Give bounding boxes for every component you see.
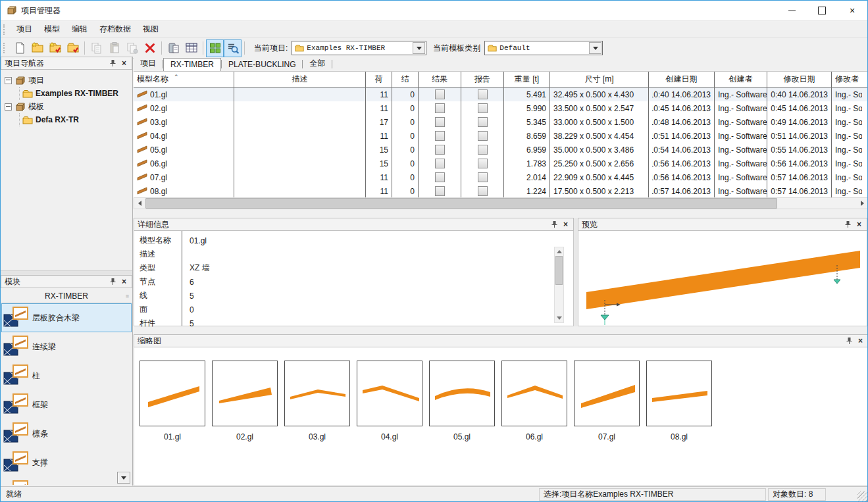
- thumbnail-image[interactable]: [140, 361, 205, 426]
- table-row[interactable]: 08.gl1101.22417.500 x 0.500 x 2.21314.06…: [134, 184, 868, 198]
- dropdown-arrow-icon[interactable]: [413, 42, 425, 54]
- column-header-dims[interactable]: 尺寸 [m]: [550, 72, 649, 87]
- thumbnail-item[interactable]: 05.gl: [429, 361, 495, 441]
- table-row[interactable]: 03.gl1705.34533.000 x 0.500 x 1.50014.06…: [134, 115, 868, 129]
- menu-item-5[interactable]: 视图: [137, 22, 165, 36]
- results-checkbox[interactable]: [435, 159, 445, 168]
- module-item-6[interactable]: 支撑: [1, 448, 132, 477]
- copy-button[interactable]: [88, 39, 105, 57]
- modules-group-bar[interactable]: RX-TIMBER ≡: [1, 289, 132, 303]
- details-field-value[interactable]: 5: [183, 291, 194, 301]
- results-checkbox[interactable]: [435, 89, 445, 99]
- thumbnail-image[interactable]: [429, 361, 495, 426]
- pin-icon[interactable]: [842, 220, 854, 230]
- tree-node-child[interactable]: Defa RX-TR: [22, 113, 132, 126]
- scroll-right-icon[interactable]: [857, 198, 868, 209]
- results-checkbox[interactable]: [435, 117, 445, 127]
- details-field-value[interactable]: 0: [183, 305, 194, 314]
- tree-node-child[interactable]: Examples RX-TIMBER: [22, 87, 132, 100]
- thumbnail-image[interactable]: [284, 361, 350, 426]
- details-field-value[interactable]: 5: [183, 319, 194, 328]
- results-checkbox[interactable]: [435, 131, 445, 141]
- column-header-desc[interactable]: 描述: [234, 72, 366, 87]
- scrollbar-thumb[interactable]: [555, 256, 563, 285]
- close-icon[interactable]: ×: [560, 220, 571, 230]
- module-item-4[interactable]: 框架: [1, 390, 132, 419]
- details-field-value[interactable]: 6: [183, 278, 194, 287]
- close-icon[interactable]: ×: [854, 220, 865, 230]
- current-project-dropdown[interactable]: Examples RX-TIMBER: [292, 41, 426, 55]
- report-checkbox[interactable]: [478, 159, 488, 168]
- thumbnail-image[interactable]: [357, 361, 422, 426]
- module-item-2[interactable]: 连续梁: [1, 332, 132, 361]
- thumbnail-item[interactable]: 04.gl: [357, 361, 422, 441]
- details-field-value[interactable]: 01.gl: [183, 236, 207, 245]
- pin-icon[interactable]: [107, 277, 118, 287]
- scrollbar-thumb[interactable]: [145, 198, 777, 209]
- scroll-left-icon[interactable]: [134, 198, 145, 209]
- preview-viewport[interactable]: [578, 231, 867, 326]
- report-checkbox[interactable]: [478, 117, 488, 127]
- column-header-weight[interactable]: 重量 [t]: [504, 72, 550, 87]
- table-row[interactable]: 05.gl1506.95935.000 x 0.500 x 3.48614.06…: [134, 143, 868, 157]
- tab-3[interactable]: PLATE-BUCKLING: [222, 59, 302, 71]
- thumbnail-item[interactable]: 03.gl: [284, 361, 350, 441]
- new-model-button[interactable]: [11, 39, 28, 57]
- scroll-down-icon[interactable]: [555, 314, 563, 322]
- import-model-button[interactable]: [165, 39, 182, 57]
- pin-icon[interactable]: [549, 220, 560, 230]
- thumbnail-item[interactable]: 08.gl: [646, 361, 712, 441]
- column-header-name[interactable]: 模型名称⌃: [134, 72, 234, 87]
- tab-4[interactable]: 全部: [303, 57, 332, 71]
- report-checkbox[interactable]: [478, 131, 488, 141]
- tab-1[interactable]: 项目: [134, 57, 163, 71]
- module-item-7[interactable]: 屋面: [1, 477, 132, 485]
- delete-button[interactable]: [141, 39, 159, 57]
- results-checkbox[interactable]: [435, 103, 445, 113]
- details-field-value[interactable]: XZ 墙: [183, 263, 210, 274]
- column-header-str[interactable]: 结: [392, 72, 419, 87]
- table-view-button[interactable]: [182, 39, 200, 57]
- thumbnail-item[interactable]: 01.gl: [140, 361, 205, 441]
- tree-node-root[interactable]: 模板: [5, 100, 132, 113]
- dropdown-arrow-icon[interactable]: [589, 42, 601, 54]
- details-toggle-button[interactable]: [224, 39, 242, 57]
- column-header-results[interactable]: 结果: [419, 72, 461, 87]
- table-row[interactable]: 02.gl1105.99033.500 x 0.500 x 2.54714.06…: [134, 101, 868, 115]
- maximize-button[interactable]: [807, 1, 837, 20]
- table-row[interactable]: 07.gl1102.01422.909 x 0.500 x 4.44514.06…: [134, 170, 868, 184]
- template-category-dropdown[interactable]: Default: [484, 41, 603, 55]
- thumbnail-item[interactable]: 07.gl: [574, 361, 640, 441]
- report-checkbox[interactable]: [478, 186, 488, 196]
- module-item-1[interactable]: 层板胶合木梁: [1, 303, 132, 332]
- close-icon[interactable]: ×: [118, 59, 130, 68]
- tab-2[interactable]: RX-TIMBER: [163, 58, 221, 71]
- resize-grip[interactable]: [857, 491, 867, 501]
- check-project-folder-button[interactable]: [64, 39, 82, 57]
- column-header-report[interactable]: 报告: [461, 72, 504, 87]
- column-header-modifier[interactable]: 修改者: [832, 72, 862, 87]
- column-header-created[interactable]: 创建日期: [649, 72, 715, 87]
- pin-icon[interactable]: [844, 336, 855, 346]
- menu-item-1[interactable]: 项目: [11, 22, 38, 36]
- thumbnail-image[interactable]: [501, 361, 567, 426]
- thumbnail-image[interactable]: [212, 361, 278, 426]
- tree-expander-icon[interactable]: [5, 103, 12, 111]
- modules-scroll-down-button[interactable]: [117, 472, 130, 484]
- thumbnail-image[interactable]: [574, 361, 640, 426]
- thumbnail-image[interactable]: [646, 361, 712, 426]
- module-item-3[interactable]: 柱: [1, 361, 132, 390]
- column-header-loads[interactable]: 荷: [366, 72, 392, 87]
- copy-special-button[interactable]: [123, 39, 141, 57]
- tree-node-root[interactable]: 项目: [5, 74, 132, 87]
- pin-icon[interactable]: [107, 59, 118, 68]
- thumbnail-item[interactable]: 06.gl: [501, 361, 567, 441]
- close-button[interactable]: ×: [837, 1, 867, 20]
- table-row[interactable]: 04.gl1108.65938.229 x 0.500 x 4.45414.06…: [134, 129, 868, 143]
- menu-item-2[interactable]: 模型: [38, 22, 66, 36]
- results-checkbox[interactable]: [435, 172, 445, 182]
- column-header-creator[interactable]: 创建者: [715, 72, 767, 87]
- paste-button[interactable]: [105, 39, 123, 57]
- results-checkbox[interactable]: [435, 145, 445, 155]
- results-checkbox[interactable]: [435, 186, 445, 196]
